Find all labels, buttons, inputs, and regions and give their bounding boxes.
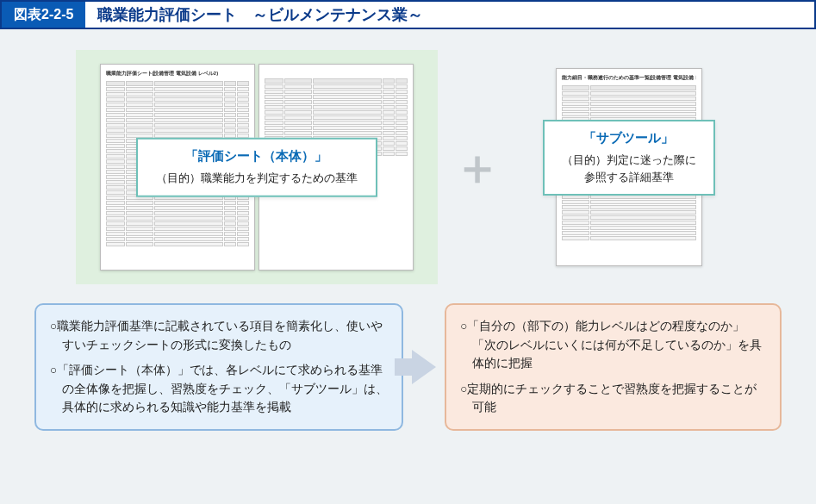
figure-body: 職業能力評価シート(設備管理 電気設備 レベル2): [0, 29, 816, 504]
plus-icon: ＋: [453, 143, 501, 191]
info-left-p1: ○職業能力評価基準に記載されている項目を簡素化し、使いやすいチェックシートの形式…: [50, 317, 388, 354]
thumb-title: 能力細目・職務遂行のための基準一覧(設備管理 電気設備 レベル2): [562, 74, 696, 82]
info-box-left: ○職業能力評価基準に記載されている項目を簡素化し、使いやすいチェックシートの形式…: [34, 303, 403, 431]
info-right-p2: ○定期的にチェックすることで習熟度を把握することが可能: [460, 380, 766, 417]
callout-desc: （目的）職業能力を判定するための基準: [150, 170, 364, 187]
top-row: 職業能力評価シート(設備管理 電気設備 レベル2): [26, 50, 790, 284]
subtool-bg: 能力細目・職務遂行のための基準一覧(設備管理 電気設備 レベル2): [517, 50, 741, 284]
bottom-row: ○職業能力評価基準に記載されている項目を簡素化し、使いやすいチェックシートの形式…: [26, 303, 790, 431]
figure-header: 図表2-2-5 職業能力評価シート ～ビルメンテナンス業～: [0, 0, 816, 29]
info-box-right: ○「自分の（部下の）能力レベルはどの程度なのか」「次のレベルにいくには何が不足し…: [445, 303, 782, 431]
callout-title: 「サブツール」: [557, 130, 701, 146]
subtool-group: 能力細目・職務遂行のための基準一覧(設備管理 電気設備 レベル2): [517, 50, 741, 284]
callout-title: 「評価シート（本体）」: [150, 148, 364, 165]
subtool-callout: 「サブツール」 （目的）判定に迷った際に 参照する詳細基準: [543, 120, 715, 196]
figure-title: 職業能力評価シート ～ビルメンテナンス業～: [85, 2, 814, 28]
thumb-title: 職業能力評価シート(設備管理 電気設備 レベル2): [106, 70, 249, 78]
callout-desc: （目的）判定に迷った際に 参照する詳細基準: [557, 152, 701, 185]
evaluation-sheet-callout: 「評価シート（本体）」 （目的）職業能力を判定するための基準: [136, 138, 377, 197]
info-right-p1: ○「自分の（部下の）能力レベルはどの程度なのか」「次のレベルにいくには何が不足し…: [460, 317, 766, 373]
figure-number-tag: 図表2-2-5: [2, 2, 85, 28]
evaluation-sheet-group: 職業能力評価シート(設備管理 電気設備 レベル2): [76, 50, 438, 284]
evaluation-sheet-bg: 職業能力評価シート(設備管理 電気設備 レベル2): [76, 50, 438, 284]
arrow-right-icon: [412, 350, 436, 384]
info-left-p2: ○「評価シート（本体）」では、各レベルにて求められる基準の全体像を把握し、習熟度…: [50, 361, 388, 417]
